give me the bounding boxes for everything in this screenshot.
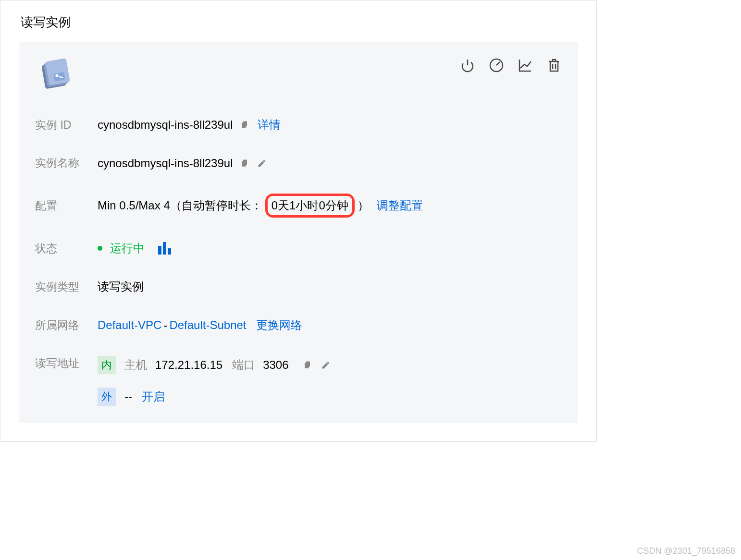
copy-icon[interactable] [302,360,313,370]
instance-id-value: cynosdbmysql-ins-8ll239ul 详情 [98,117,281,133]
svg-rect-2 [45,58,70,85]
card-header [35,57,562,97]
instance-id-label: 实例 ID [35,118,98,133]
instance-id-row: 实例 ID cynosdbmysql-ins-8ll239ul 详情 [35,117,562,133]
config-label: 配置 [35,198,98,213]
change-network-link[interactable]: 更换网络 [256,317,302,333]
enable-external-link[interactable]: 开启 [142,389,165,404]
address-block: 内 主机 172.21.16.15 端口 3306 外 -- 开启 [98,356,331,406]
status-value: 运行中 [98,241,171,256]
server-icon [35,57,73,97]
status-text: 运行中 [110,241,145,256]
instance-type-label: 实例类型 [35,280,98,294]
power-icon[interactable] [460,58,475,73]
status-dot-icon [98,246,102,251]
config-highlight: 0天1小时0分钟 [265,194,355,218]
instance-panel: 读写实例 [0,0,597,442]
speed-icon[interactable] [489,58,504,73]
instance-name-text: cynosdbmysql-ins-8ll239ul [98,157,233,170]
port-value: 3306 [263,358,288,372]
chart-icon[interactable] [518,58,533,73]
host-label: 主机 [124,357,148,373]
internal-address-line: 内 主机 172.21.16.15 端口 3306 [98,356,331,374]
external-value: -- [124,390,132,403]
copy-icon[interactable] [239,158,250,169]
details-link[interactable]: 详情 [258,117,281,133]
config-suffix: ） [358,198,369,213]
network-value: Default-VPC - Default-Subnet 更换网络 [98,317,302,333]
config-row: 配置 Min 0.5/Max 4（自动暂停时长：0天1小时0分钟） 调整配置 [35,194,562,218]
copy-icon[interactable] [239,120,250,130]
address-label: 读写地址 [35,356,98,371]
instance-id-text: cynosdbmysql-ins-8ll239ul [98,118,233,132]
instance-name-value: cynosdbmysql-ins-8ll239ul [98,157,267,170]
instance-type-text: 读写实例 [98,279,144,294]
external-badge: 外 [98,388,116,406]
host-value: 172.21.16.15 [155,358,222,372]
instance-type-row: 实例类型 读写实例 [35,279,562,294]
address-row: 读写地址 内 主机 172.21.16.15 端口 3306 外 [35,356,562,406]
instance-card: 实例 ID cynosdbmysql-ins-8ll239ul 详情 实例名称 … [19,42,578,423]
instance-name-label: 实例名称 [35,156,98,170]
status-label: 状态 [35,241,98,256]
network-label: 所属网络 [35,318,98,333]
status-row: 状态 运行中 [35,241,562,256]
action-bar [460,57,562,73]
edit-icon[interactable] [257,158,267,169]
panel-title: 读写实例 [0,14,596,42]
internal-badge: 内 [98,356,116,374]
subnet-link[interactable]: Default-Subnet [169,318,246,332]
svg-line-8 [496,62,500,65]
config-prefix: Min 0.5/Max 4（自动暂停时长： [98,198,262,213]
instance-type-value: 读写实例 [98,279,144,294]
dash: - [163,318,167,332]
external-address-line: 外 -- 开启 [98,388,331,406]
vpc-link[interactable]: Default-VPC [98,318,161,332]
adjust-config-link[interactable]: 调整配置 [377,198,423,213]
network-row: 所属网络 Default-VPC - Default-Subnet 更换网络 [35,317,562,333]
port-label: 端口 [232,357,255,373]
edit-icon[interactable] [321,360,331,370]
monitoring-icon[interactable] [158,242,171,255]
instance-name-row: 实例名称 cynosdbmysql-ins-8ll239ul [35,156,562,170]
config-value: Min 0.5/Max 4（自动暂停时长：0天1小时0分钟） 调整配置 [98,194,423,218]
trash-icon[interactable] [546,58,562,73]
